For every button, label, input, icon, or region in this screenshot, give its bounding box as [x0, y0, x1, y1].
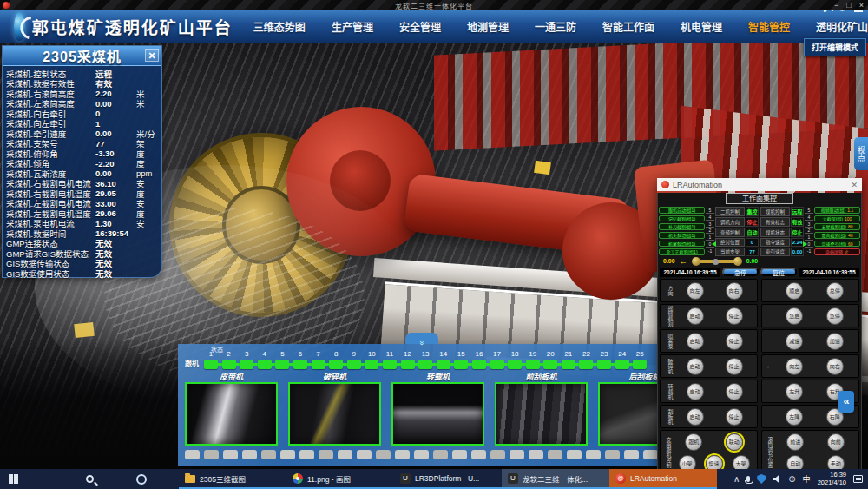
nav-item[interactable]: 机电管理 [681, 19, 722, 34]
control-button[interactable]: 急停 [826, 307, 844, 325]
control-button[interactable]: 急启 [786, 307, 803, 325]
support-status-cell[interactable]: 8 [329, 350, 343, 369]
support-status-cell[interactable]: 6 [293, 350, 307, 369]
status-cell[interactable] [357, 450, 372, 459]
control-button[interactable]: 向右 [826, 358, 844, 375]
support-status-cell[interactable]: 25 [633, 350, 647, 369]
status-cell[interactable] [586, 450, 601, 459]
control-button[interactable]: 向左 [687, 282, 704, 300]
status-cell[interactable] [261, 450, 276, 459]
mode-button[interactable]: 双向截割(组)40 [814, 232, 860, 239]
nav-item[interactable]: 生产管理 [332, 19, 373, 34]
status-cell[interactable] [223, 450, 238, 459]
mode-button[interactable]: 急停闭锁止 [814, 248, 860, 255]
support-status-cell[interactable]: 16 [472, 350, 486, 369]
control-button[interactable]: 顺启 [786, 282, 803, 300]
search-button[interactable] [76, 469, 102, 489]
microphone-icon[interactable] [746, 476, 750, 482]
nav-item[interactable]: 智能工作面 [602, 19, 654, 34]
ime-indicator[interactable]: 中 [803, 473, 811, 485]
status-cell[interactable] [204, 450, 219, 459]
support-status-cell[interactable]: 9 [347, 350, 361, 369]
support-status-cell[interactable]: 12 [401, 350, 415, 369]
status-cell[interactable] [395, 450, 410, 459]
control-button[interactable]: 停止 [726, 358, 743, 375]
nav-item[interactable]: 透明化矿山 [816, 19, 868, 34]
control-button[interactable]: 启动 [687, 358, 704, 375]
control-button[interactable]: 总停 [826, 282, 844, 300]
viewpoint-tab[interactable]: 视点 [854, 137, 868, 170]
mode-button[interactable]: 大截深(组)100 [814, 215, 860, 222]
cortana-button[interactable] [128, 469, 155, 489]
support-status-cell[interactable]: 15 [454, 350, 468, 369]
control-button[interactable]: 启动 [687, 333, 704, 350]
control-button[interactable]: 加速 [826, 333, 844, 350]
status-cell[interactable] [376, 450, 391, 459]
status-cell[interactable] [338, 450, 352, 459]
support-status-cell[interactable]: 7 [312, 350, 326, 369]
control-button[interactable]: 减速 [786, 333, 803, 350]
mode-button[interactable]: 补刀截割(组1) [659, 223, 705, 230]
mode-button[interactable]: 视频联动(组)1.1 [814, 207, 860, 214]
taskbar-task[interactable]: 龙软二三维一体化... [502, 469, 609, 489]
control-button[interactable]: 停止 [726, 408, 743, 426]
camera-thumbnail[interactable] [391, 382, 484, 446]
status-cell[interactable] [624, 450, 639, 459]
support-status-cell[interactable]: 24 [615, 350, 629, 369]
open-edit-mode-button[interactable]: 打开编辑模式 [804, 38, 866, 56]
status-cell[interactable] [452, 450, 467, 459]
start-button[interactable] [0, 469, 26, 489]
nav-item[interactable]: 智能管控 [748, 19, 790, 34]
support-status-cell[interactable]: 10 [365, 350, 378, 369]
camera-thumbnail[interactable] [495, 382, 588, 446]
status-cell[interactable] [510, 450, 524, 459]
status-cell[interactable] [548, 450, 562, 459]
collapse-chevron-icon[interactable]: « [838, 391, 854, 413]
nav-item[interactable]: 一通三防 [535, 19, 576, 34]
support-status-cell[interactable]: 13 [418, 350, 432, 369]
support-status-cell[interactable]: 21 [562, 350, 575, 369]
status-cell[interactable] [433, 450, 448, 459]
control-button[interactable]: 向右 [726, 282, 743, 300]
control-button[interactable]: 左升 [786, 383, 803, 400]
control-button[interactable]: 左降 [786, 408, 803, 426]
control-button[interactable]: 启动 [687, 307, 704, 325]
support-status-cell[interactable]: 2 [222, 350, 236, 369]
control-button[interactable]: 向前 [827, 433, 845, 451]
support-status-cell[interactable]: 20 [543, 350, 557, 369]
status-cell[interactable] [490, 450, 505, 459]
nav-item[interactable]: 地测管理 [467, 19, 509, 34]
support-status-cell[interactable]: 14 [437, 350, 450, 369]
status-cell[interactable] [242, 450, 257, 459]
nav-item[interactable]: 三维态势图 [253, 19, 306, 34]
support-status-cell[interactable]: 18 [508, 350, 522, 369]
collapse-panel-tab[interactable]: » [405, 333, 438, 344]
status-cell[interactable] [643, 450, 658, 459]
status-cell[interactable] [185, 450, 200, 459]
taskbar-task[interactable]: LRAutomation [609, 469, 717, 489]
support-status-cell[interactable]: 23 [597, 350, 611, 369]
support-status-cell[interactable]: 4 [258, 350, 272, 369]
status-cell[interactable] [605, 450, 620, 459]
mode-button[interactable]: 跟机自动(组1) [659, 207, 705, 214]
camera-thumbnail[interactable] [185, 382, 278, 446]
status-cell[interactable] [529, 450, 543, 459]
speaker-icon[interactable] [773, 475, 781, 483]
support-status-cell[interactable]: 3 [240, 350, 253, 369]
nav-item[interactable]: 安全管理 [399, 19, 441, 34]
camera-thumbnail[interactable] [288, 382, 381, 446]
status-cell[interactable] [319, 450, 333, 459]
taskbar-task[interactable]: 11.png - 画图 [286, 469, 394, 489]
support-status-cell[interactable]: 22 [579, 350, 593, 369]
control-button[interactable]: 跟机 [685, 433, 702, 451]
minimize-icon[interactable]: − [834, 0, 838, 10]
mode-button[interactable]: 机尾斜切(组1) [659, 241, 705, 248]
mode-button[interactable]: 全工艺截割(组1) [659, 248, 705, 255]
taskbar-task[interactable]: 2305三维截图 [179, 469, 286, 489]
support-status-cell[interactable]: 1 [204, 350, 218, 369]
control-button[interactable]: 联动 [726, 433, 743, 451]
control-button[interactable]: 启动 [687, 383, 704, 400]
status-cell[interactable] [471, 450, 486, 459]
support-status-cell[interactable]: 5 [275, 350, 289, 369]
mode-button[interactable]: 定速牵引(组)60 [814, 241, 860, 248]
